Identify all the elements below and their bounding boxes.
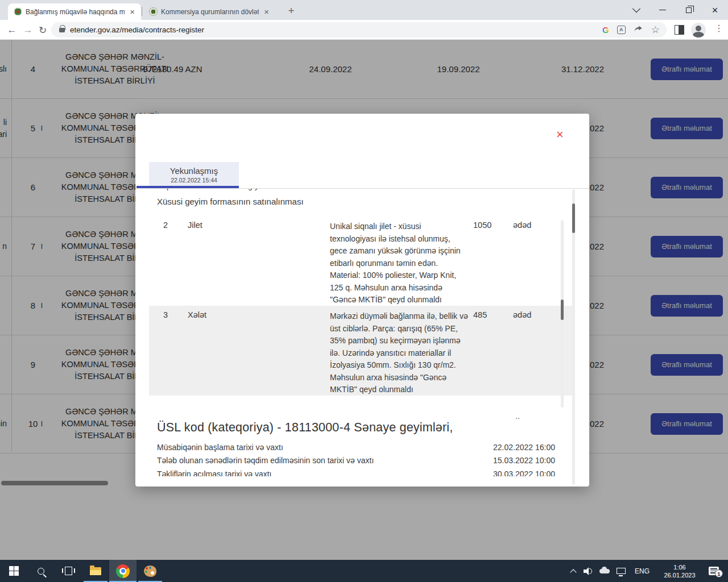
file-explorer-button[interactable] [82,560,109,582]
date: 26.01.2023 [661,571,698,579]
item-unit: ədəd [513,310,531,319]
browser-menu-icon[interactable]: ⋮ [714,23,723,34]
chevron-down-icon [632,5,640,13]
info-row: Tələb olunan sənədlərin təqdim edilməsin… [157,456,555,465]
windows-taskbar: ENG 1:06 26.01.2023 1 [0,560,728,582]
tab-label: Yekunlaşmış [149,166,239,176]
notification-badge: 1 [715,569,723,577]
window-minimize-button[interactable] [650,0,676,20]
browser-tabstrip: Bağlanmış müqavilə haqqında mə × Kommers… [0,0,728,20]
paint-icon [144,566,156,577]
item-name: Jilet [188,221,202,230]
item-name: Xələt [188,310,206,319]
clipped-next-row: .. [515,411,520,421]
info-row: Müsabiqənin başlama tarixi və vaxtı 22.0… [157,443,555,452]
clock[interactable]: 1:06 26.01.2023 [661,563,698,579]
clipped-scrolled-line: p g y [135,189,551,193]
item-quantity: 485 [473,310,487,319]
tray-expand-icon[interactable] [570,569,576,575]
reload-button[interactable]: ↻ [35,23,50,38]
browser-toolbar: ← → ↻ etender.gov.az/media/contracts-reg… [0,20,728,40]
windows-logo-icon [9,566,19,576]
info-value: 15.03.2022 10:00 [493,456,555,465]
tab-title: Bağlanmış müqavilə haqqında mə [26,8,125,16]
info-value: 22.02.2022 16:00 [493,443,555,452]
folder-icon [90,567,101,575]
info-value: 30.03.2022 10:00 [493,469,555,476]
forward-button[interactable]: → [20,23,35,38]
window-restore-button[interactable] [676,0,702,20]
info-label: Təkliflərin açılması tarixi və vaxtı [157,469,272,476]
items-scrollbar-thumb[interactable] [561,300,564,320]
tab-close-icon[interactable]: × [262,7,271,16]
items-scrollbar[interactable] [561,220,564,408]
notification-center-button[interactable]: 1 [709,567,719,575]
modal-close-button[interactable]: × [556,128,564,141]
onedrive-icon[interactable] [599,569,610,573]
task-view-icon [65,567,72,575]
side-panel-icon[interactable] [675,25,684,35]
modal-scroll-area[interactable]: p g y Xüsusi geyim formasının satınalınm… [135,189,589,476]
item-row: 2 Jilet Unikal siqnalı jilet - xüsusi te… [149,216,572,306]
item-description: Mərkəzi düyməli bağlanma ilə, bellik və … [330,310,468,396]
bookmark-star-icon[interactable]: ☆ [651,24,660,36]
volume-icon[interactable] [584,567,593,575]
back-button[interactable]: ← [5,23,19,38]
info-row-clipped: Təkliflərin açılması tarixi və vaxtı 30.… [157,469,555,476]
item-unit: ədəd [513,221,531,230]
language-indicator[interactable]: ENG [635,567,650,575]
category-heading: ÜSL kod (kateqoriya) - 18113000-4 Sənaye… [157,421,453,435]
minimize-icon [659,10,666,11]
tab-search-button[interactable] [623,0,650,20]
browser-tab-active[interactable]: Bağlanmış müqavilə haqqında mə × [8,3,141,20]
modal-scrollbar-thumb[interactable] [572,203,575,233]
translate-icon[interactable]: A [617,26,626,34]
item-number: 3 [163,310,168,319]
item-row: 3 Xələt Mərkəzi düyməli bağlanma ilə, be… [149,306,572,396]
browser-tab-inactive[interactable]: Kommersiya qurumlarının dövlət × [143,3,275,20]
section-title: Xüsusi geyim formasının satınalınması [157,197,304,206]
screen: Bağlanmış müqavilə haqqında mə × Kommers… [0,0,728,582]
google-icon[interactable]: G [602,25,609,35]
window-close-button[interactable]: × [702,0,728,20]
tab-date: 22.02.2022 15:44 [149,177,239,184]
item-number: 2 [163,221,168,230]
task-view-button[interactable] [55,560,82,582]
chrome-icon [116,564,130,578]
page-content: slı 4 l GƏNCƏ ŞƏHƏR MƏNZİL- KOMMUNAL TƏS… [0,40,728,560]
lock-icon [59,28,65,32]
search-icon [38,568,44,575]
address-bar[interactable]: etender.gov.az/media/contracts-register … [51,22,667,38]
profile-avatar[interactable] [691,23,706,38]
items-list: 2 Jilet Unikal siqnalı jilet - xüsusi te… [135,216,573,396]
tab-yekunlasmis[interactable]: Yekunlaşmış 22.02.2022 15:44 [149,162,239,188]
tab-close-icon[interactable]: × [128,7,136,16]
tab-favicon [149,7,158,16]
network-icon[interactable] [617,568,626,574]
restore-icon [686,7,692,13]
url-text[interactable]: etender.gov.az/media/contracts-register [70,26,204,34]
new-tab-button[interactable]: + [284,5,298,17]
system-tray: ENG 1:06 26.01.2023 1 [566,560,728,582]
taskbar-search-button[interactable] [27,560,55,582]
tab-title: Kommersiya qurumlarının dövlət [161,8,259,16]
start-button[interactable] [0,560,27,582]
tender-details-modal: × Yekunlaşmış 22.02.2022 15:44 p g y Xüs… [135,114,589,487]
tab-favicon [14,7,22,16]
chrome-taskbar-button[interactable] [109,560,136,582]
item-description: Unikal siqnalı jilet - xüsusi texnologiy… [330,221,468,306]
tab-divider [142,7,142,16]
info-label: Tələb olunan sənədlərin təqdim edilməsin… [157,456,374,465]
item-quantity: 1050 [473,221,491,230]
info-label: Müsabiqənin başlama tarixi və vaxtı [157,443,283,452]
paint-taskbar-button[interactable] [136,560,164,582]
share-icon[interactable] [634,24,643,36]
modal-scrollbar[interactable] [572,189,575,485]
time: 1:06 [661,563,698,571]
